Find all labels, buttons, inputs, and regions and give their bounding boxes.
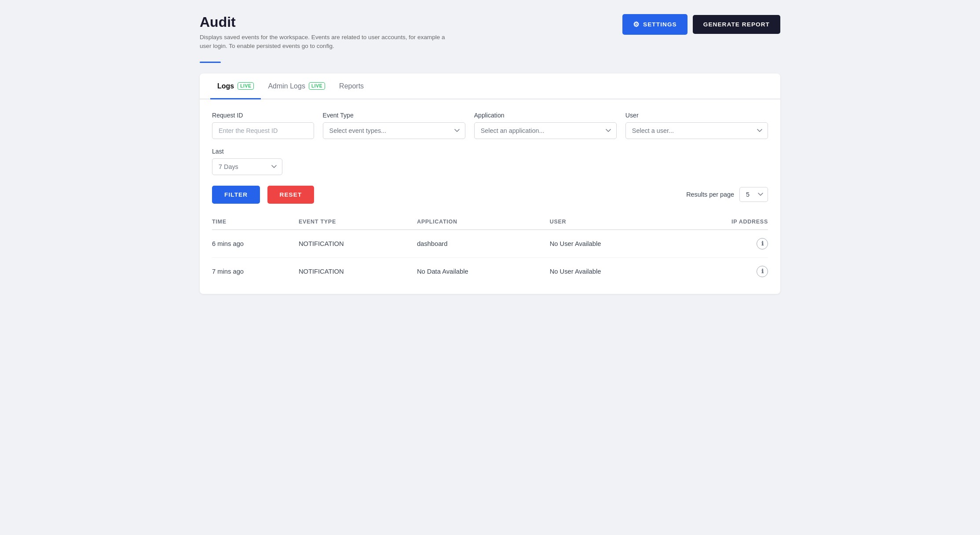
application-select[interactable]: Select an application... xyxy=(474,122,617,139)
user-select[interactable]: Select a user... xyxy=(625,122,768,139)
col-ip-address: IP ADDRESS xyxy=(682,214,768,230)
table-row: 7 mins ago NOTIFICATION No Data Availabl… xyxy=(212,257,768,285)
request-id-label: Request ID xyxy=(212,112,314,119)
event-type-label: Event Type xyxy=(323,112,465,119)
actions-row: FILTER RESET Results per page 5 10 25 50 xyxy=(212,186,768,204)
main-card: Logs LIVE Admin Logs LIVE Reports Reques… xyxy=(200,73,780,294)
table-head: TIME EVENT TYPE APPLICATION USER IP ADDR… xyxy=(212,214,768,230)
tab-admin-logs[interactable]: Admin Logs LIVE xyxy=(261,73,332,99)
tab-reports[interactable]: Reports xyxy=(332,73,371,99)
page-header: Audit Displays saved events for the work… xyxy=(200,14,780,51)
tabs-bar: Logs LIVE Admin Logs LIVE Reports xyxy=(200,73,780,99)
col-event-type: EVENT TYPE xyxy=(299,214,417,230)
header-actions: ⚙ SETTINGS GENERATE REPORT xyxy=(622,14,780,35)
application-label: Application xyxy=(474,112,617,119)
page-description: Displays saved events for the workspace.… xyxy=(200,33,455,51)
col-time: TIME xyxy=(212,214,299,230)
filter-button[interactable]: FILTER xyxy=(212,186,260,204)
last-label: Last xyxy=(212,148,282,155)
last-select[interactable]: 7 Days 1 Day 30 Days 90 Days xyxy=(212,158,282,175)
audit-table: TIME EVENT TYPE APPLICATION USER IP ADDR… xyxy=(212,214,768,285)
header-left: Audit Displays saved events for the work… xyxy=(200,14,455,51)
application-group: Application Select an application... xyxy=(474,112,617,139)
col-user: USER xyxy=(550,214,683,230)
request-id-input[interactable] xyxy=(212,122,314,139)
results-per-page-group: Results per page 5 10 25 50 xyxy=(686,187,768,202)
blue-divider xyxy=(200,62,221,63)
filter-reset-buttons: FILTER RESET xyxy=(212,186,314,204)
cell-event-type: NOTIFICATION xyxy=(299,257,417,285)
admin-logs-live-badge: LIVE xyxy=(309,82,325,90)
cell-time: 7 mins ago xyxy=(212,257,299,285)
results-per-page-select[interactable]: 5 10 25 50 xyxy=(739,187,768,202)
page-title: Audit xyxy=(200,14,455,30)
cell-application: No Data Available xyxy=(417,257,550,285)
event-type-group: Event Type Select event types... xyxy=(323,112,465,139)
cell-application: dashboard xyxy=(417,230,550,258)
info-icon[interactable]: ℹ xyxy=(757,238,768,249)
cell-user: No User Available xyxy=(550,230,683,258)
table-body: 6 mins ago NOTIFICATION dashboard No Use… xyxy=(212,230,768,285)
info-icon[interactable]: ℹ xyxy=(757,266,768,277)
user-label: User xyxy=(625,112,768,119)
table-row: 6 mins ago NOTIFICATION dashboard No Use… xyxy=(212,230,768,258)
user-group: User Select a user... xyxy=(625,112,768,139)
filters-row-2: Last 7 Days 1 Day 30 Days 90 Days xyxy=(212,148,768,175)
cell-ip: ℹ xyxy=(682,257,768,285)
generate-report-button[interactable]: GENERATE REPORT xyxy=(693,15,780,34)
settings-button[interactable]: ⚙ SETTINGS xyxy=(622,14,687,35)
event-type-select[interactable]: Select event types... xyxy=(323,122,465,139)
request-id-group: Request ID xyxy=(212,112,314,139)
logs-live-badge: LIVE xyxy=(238,82,254,90)
filters-section: Request ID Event Type Select event types… xyxy=(200,99,780,294)
tab-logs[interactable]: Logs LIVE xyxy=(210,73,261,99)
gear-icon: ⚙ xyxy=(633,20,640,29)
col-application: APPLICATION xyxy=(417,214,550,230)
cell-ip: ℹ xyxy=(682,230,768,258)
results-per-page-label: Results per page xyxy=(686,191,734,198)
cell-event-type: NOTIFICATION xyxy=(299,230,417,258)
cell-time: 6 mins ago xyxy=(212,230,299,258)
last-group: Last 7 Days 1 Day 30 Days 90 Days xyxy=(212,148,282,175)
cell-user: No User Available xyxy=(550,257,683,285)
reset-button[interactable]: RESET xyxy=(267,186,314,204)
filters-row-1: Request ID Event Type Select event types… xyxy=(212,112,768,139)
table-section: TIME EVENT TYPE APPLICATION USER IP ADDR… xyxy=(212,214,768,285)
